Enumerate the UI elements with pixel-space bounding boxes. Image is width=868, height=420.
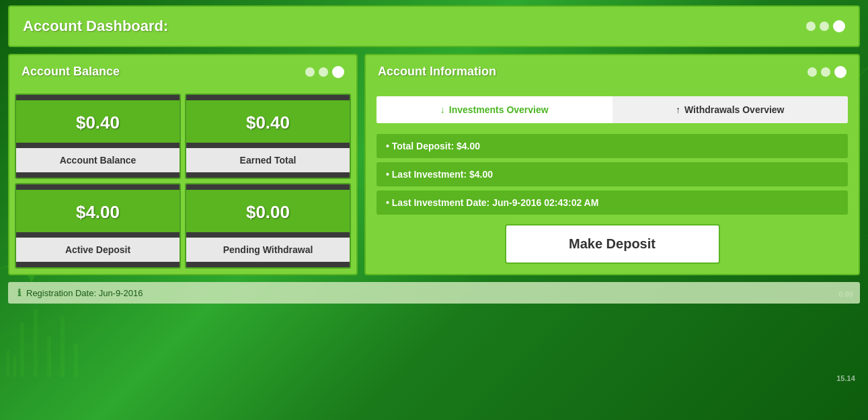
svg-rect-4 (74, 343, 78, 377)
stat-value-balance: $0.40 (16, 100, 180, 143)
stat-bar-bottom-4 (186, 262, 350, 267)
stat-bar-top-1 (16, 95, 180, 100)
last-investment-value: $4.00 (469, 169, 493, 180)
stat-card-earned: $0.40 Earned Total (185, 94, 351, 179)
stat-bar-bottom-2 (186, 172, 350, 178)
account-info-body: ↓ Investments Overview ↑ Withdrawals Ove… (364, 88, 860, 275)
footer-text: Registration Date: Jun-9-2016 (26, 288, 143, 298)
account-balance-body: $0.40 Account Balance $0.40 Earned Total (8, 88, 358, 275)
info-row-last-investment: • Last Investment: $4.00 (377, 162, 848, 186)
info-dot-1 (807, 67, 817, 77)
stat-card-pending: $0.00 Pending Withdrawal (185, 183, 351, 269)
overview-tabs: ↓ Investments Overview ↑ Withdrawals Ove… (377, 96, 848, 123)
tab-investments-label: Investments Overview (449, 104, 549, 115)
account-balance-title: Account Balance (22, 65, 120, 79)
account-balance-header: Account Balance (8, 54, 358, 88)
stat-bar-mid-1 (16, 143, 180, 148)
stat-bar-mid-3 (16, 232, 180, 238)
tab-withdrawals[interactable]: ↑ Withdrawals Overview (613, 96, 849, 123)
account-information-panel: Account Information ↓ Investments Overvi… (364, 54, 860, 275)
stat-label-earned: Earned Total (186, 148, 350, 172)
stat-bar-bottom-1 (16, 172, 180, 178)
info-row-last-investment-date: • Last Investment Date: Jun-9-2016 02:43… (377, 190, 848, 215)
bal-dot-1 (305, 67, 315, 77)
footer-bar: ℹ Registration Date: Jun-9-2016 (8, 282, 860, 304)
stat-bar-mid-4 (186, 232, 350, 238)
account-balance-panel: Account Balance $0.40 Account Balance (8, 54, 358, 275)
tab-investments[interactable]: ↓ Investments Overview (377, 96, 613, 123)
make-deposit-button[interactable]: Make Deposit (505, 224, 720, 264)
deposit-btn-wrap: Make Deposit (377, 224, 848, 264)
stat-label-balance: Account Balance (16, 148, 180, 172)
stat-bar-top-4 (186, 184, 350, 190)
dot-2 (820, 22, 829, 31)
withdrawals-arrow-icon: ↑ (676, 104, 680, 115)
dot-1 (806, 22, 816, 31)
header-panel: Account Dashboard: (8, 5, 860, 47)
header-dots (806, 20, 845, 32)
last-investment-date-value: Jun-9-2016 02:43:02 AM (492, 197, 598, 208)
page-title: Account Dashboard: (23, 18, 168, 35)
info-icon: ℹ (17, 287, 21, 298)
info-dot-3 (834, 66, 846, 78)
stat-bar-top-3 (16, 184, 180, 190)
info-dot-2 (821, 67, 830, 77)
total-deposit-value: $4.00 (457, 141, 480, 151)
svg-rect-2 (47, 337, 51, 377)
total-deposit-label: • Total Deposit: (386, 141, 454, 151)
svg-rect-5 (7, 350, 9, 377)
stat-label-pending: Pending Withdrawal (186, 238, 350, 262)
stat-value-earned: $0.40 (186, 100, 350, 143)
info-header-dots (807, 66, 846, 78)
svg-rect-1 (34, 310, 38, 377)
stat-value-active-deposit: $4.00 (16, 190, 180, 232)
stat-card-active-deposit: $4.00 Active Deposit (15, 183, 181, 269)
stat-card-balance: $0.40 Account Balance (15, 94, 181, 179)
stat-bar-top-2 (186, 95, 350, 100)
account-info-title: Account Information (378, 65, 496, 79)
stats-grid: $0.40 Account Balance $0.40 Earned Total (15, 94, 351, 269)
stat-bar-bottom-3 (16, 262, 180, 267)
bal-dot-2 (319, 67, 328, 77)
svg-rect-6 (13, 357, 16, 377)
stat-label-active-deposit: Active Deposit (16, 238, 180, 262)
dot-3 (833, 20, 845, 32)
stat-bar-mid-2 (186, 143, 350, 148)
tab-withdrawals-label: Withdrawals Overview (684, 104, 784, 115)
svg-rect-3 (61, 316, 65, 377)
last-investment-date-label: • Last Investment Date: (386, 197, 489, 208)
bal-dot-3 (332, 66, 344, 78)
stat-value-pending: $0.00 (186, 190, 350, 232)
svg-rect-0 (20, 323, 24, 377)
investments-arrow-icon: ↓ (440, 104, 445, 115)
last-investment-label: • Last Investment: (386, 169, 467, 180)
account-info-header: Account Information (364, 54, 860, 88)
balance-header-dots (305, 66, 344, 78)
info-row-total-deposit: • Total Deposit: $4.00 (377, 134, 848, 158)
